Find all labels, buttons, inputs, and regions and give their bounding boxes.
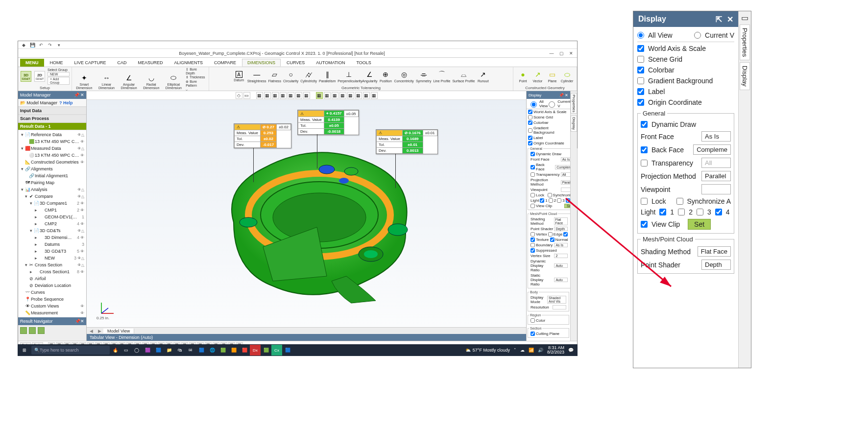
taskbar-app-icon[interactable]: 🔥 xyxy=(110,345,121,356)
tree-node[interactable]: ▸NEW3👁△ xyxy=(18,255,86,261)
cylindricity-button[interactable]: ⌭Cylindricity xyxy=(300,70,317,83)
taskbar-controlx-icon[interactable]: Cx xyxy=(271,345,282,356)
display-pin-icon[interactable]: 📌 xyxy=(559,93,564,97)
transparency-checkbox[interactable] xyxy=(530,172,535,177)
back-face-checkbox[interactable] xyxy=(530,165,535,169)
colorbar-checkbox[interactable] xyxy=(528,120,532,125)
perpendicularity-button[interactable]: ⊥Perpendicularity xyxy=(338,70,360,83)
concentricity-button[interactable]: ◎Concentricity xyxy=(394,70,413,83)
group-select[interactable]: NEW xyxy=(48,72,70,76)
gradient-bg-checkbox[interactable] xyxy=(528,128,532,133)
view-right-button[interactable]: ▦ xyxy=(280,92,287,99)
qat-redo-icon[interactable]: ↷ xyxy=(47,42,53,48)
taskbar-search[interactable]: 🔍 Type here to search xyxy=(31,346,110,355)
sidetab-properties[interactable]: Properties xyxy=(571,93,577,114)
zoom-pin-icon[interactable]: ⇱ xyxy=(716,15,722,24)
normal-checkbox[interactable] xyxy=(550,237,555,242)
tray-wifi-icon[interactable]: 📶 xyxy=(529,348,534,353)
ribbon-tab-livecapture[interactable]: LIVE CAPTURE xyxy=(69,59,112,67)
zoom-origin-checkbox[interactable] xyxy=(637,99,644,106)
measurement-callout[interactable]: ⚠Ø 0.1676±0.01Meas. Value0.1689Tol.±0.01… xyxy=(376,129,438,154)
ribbon-tab-measured[interactable]: MEASURED xyxy=(133,59,169,67)
sidetab-display[interactable]: Display xyxy=(571,116,577,131)
zoom-projection-select[interactable]: Parallel xyxy=(701,171,731,181)
ribbon-tab-tools[interactable]: TOOLS xyxy=(351,59,376,67)
zoom-colorbar-checkbox[interactable] xyxy=(637,67,644,73)
measurement-callout[interactable]: ⚠Ø 0.27±0.02Meas. Value0.253Tol.±0.02Dev… xyxy=(234,123,291,148)
tree-node[interactable]: 🔗Initial Alignment1 xyxy=(18,172,86,179)
shading-toggle[interactable]: ▦ xyxy=(316,92,323,99)
taskbar-app-icon[interactable]: 🟦 xyxy=(153,345,164,356)
zoom-allview-radio[interactable] xyxy=(637,32,644,39)
panel-pin-icon[interactable]: 📌 xyxy=(74,93,79,97)
shading-select[interactable]: Flat Face xyxy=(554,217,568,225)
taskbar-app-icon[interactable]: 🟦 xyxy=(196,345,207,356)
runout-button[interactable]: ↗Runout xyxy=(477,70,489,83)
zoom-gradient-bg-checkbox[interactable] xyxy=(637,77,644,84)
linear-dimension-button[interactable]: ↔Linear Dimension xyxy=(96,73,117,90)
zoom-view-clip-set-button[interactable]: Set xyxy=(688,219,711,230)
tree-node[interactable]: ▸Datums3 xyxy=(18,241,86,248)
suppressed-checkbox[interactable] xyxy=(530,248,535,253)
resnav-item[interactable] xyxy=(20,327,27,334)
label-checkbox[interactable] xyxy=(528,136,532,140)
zoom-currentview-radio[interactable] xyxy=(694,32,701,39)
zoom-label-checkbox[interactable] xyxy=(637,88,644,95)
ribbon-tab-dimensions[interactable]: DIMENSIONS xyxy=(242,59,281,67)
zoom-sidetab-collapse-icon[interactable]: ▭ xyxy=(741,13,748,23)
tree-node[interactable]: ▾✔Compare👁△ xyxy=(18,193,86,200)
ribbon-tab-cad[interactable]: CAD xyxy=(112,59,132,67)
zoom-light1-checkbox[interactable] xyxy=(659,209,666,215)
zoom-sidetab-display[interactable]: Display xyxy=(740,62,750,90)
light2-checkbox[interactable] xyxy=(549,198,553,203)
zoom-back-face-checkbox[interactable] xyxy=(641,146,648,153)
start-button[interactable]: ⊞ xyxy=(18,348,31,353)
tree-node[interactable]: ⊘Deviation Location xyxy=(18,282,86,289)
taskbar-clock[interactable]: 8:31 AM8/2/2023 xyxy=(547,346,564,355)
straightness-button[interactable]: —Straightness xyxy=(247,70,266,83)
shading-toggle[interactable]: ▦ xyxy=(339,92,346,99)
zoom-sync-checkbox[interactable] xyxy=(676,198,683,205)
plane-button[interactable]: ▭Plane xyxy=(546,70,559,83)
zoom-transparency-checkbox[interactable] xyxy=(641,160,648,166)
radial-dimension-button[interactable]: ◡Radial Dimension xyxy=(141,73,162,90)
tree-node[interactable]: ▸CMP24👁 xyxy=(18,220,86,227)
qat-more-icon[interactable]: ▾ xyxy=(55,42,62,48)
tray-onedrive-icon[interactable]: ☁ xyxy=(520,348,525,353)
angular-dimension-button[interactable]: ∠Angular Dimension xyxy=(119,73,139,90)
taskbar-mail-icon[interactable]: ✉ xyxy=(185,345,196,356)
view-back-button[interactable]: ▦ xyxy=(264,92,271,99)
elliptical-dimension-button[interactable]: ⬭Elliptical Dimension xyxy=(164,73,184,90)
tree-node[interactable]: ⊘Airfoil xyxy=(18,275,86,282)
sdr-select[interactable]: Auto xyxy=(554,278,568,282)
gdandt-2d-button[interactable]: 2DGD&T xyxy=(34,71,45,82)
resnav-pin-icon[interactable]: 📌 xyxy=(75,319,80,324)
zoom-light2-checkbox[interactable] xyxy=(678,209,685,215)
viewport-3d[interactable]: ⚠Ø 0.27±0.02Meas. Value0.253Tol.±0.02Dev… xyxy=(87,100,526,327)
taskbar-app-icon[interactable]: 🟩 xyxy=(217,345,228,356)
symmetry-button[interactable]: ⌯Symmetry xyxy=(416,70,432,83)
shading-toggle[interactable]: ▦ xyxy=(363,92,370,99)
region-color-checkbox[interactable] xyxy=(530,318,535,323)
tree-node[interactable]: ▾📄3D GD&Ts👁△ xyxy=(18,227,86,234)
tree-node[interactable]: 👁Custom Views👁 xyxy=(18,303,86,309)
shading-toggle[interactable]: ▦ xyxy=(371,92,378,99)
zoom-transparency-select[interactable]: All xyxy=(701,158,731,168)
surface-profile-button[interactable]: ⌓Surface Profile xyxy=(452,70,475,83)
zoom-point-shader-select[interactable]: Depth xyxy=(701,260,731,270)
taskbar-word-icon[interactable]: 🟦 xyxy=(282,345,293,356)
tray-volume-icon[interactable]: 🔊 xyxy=(538,348,543,353)
tree-node[interactable]: 🗺Pairing Map xyxy=(18,179,86,186)
model-tree[interactable]: ▾📄Reference Data👁△🟩13 KTM 450 WPC COV…👁▾… xyxy=(18,130,86,317)
line-profile-button[interactable]: ⌒Line Profile xyxy=(433,70,450,83)
taskbar-task-view-icon[interactable]: ▭ xyxy=(121,345,131,356)
zoom-viewpoint-select[interactable] xyxy=(701,184,731,194)
tree-node[interactable]: 〰Curves xyxy=(18,289,86,296)
resnav-item[interactable] xyxy=(38,327,45,334)
qat-undo-icon[interactable]: ↶ xyxy=(38,42,45,48)
resnav-item[interactable] xyxy=(29,327,36,334)
edge-checkbox[interactable] xyxy=(548,232,553,237)
scene-grid-checkbox[interactable] xyxy=(528,115,532,119)
measurement-callout[interactable]: ⚠⌖ 0.4157±0.05Meas. Value0.4139Tol.±0.05… xyxy=(297,110,359,135)
thickness-button[interactable]: ⇕ Thickness xyxy=(186,75,207,79)
